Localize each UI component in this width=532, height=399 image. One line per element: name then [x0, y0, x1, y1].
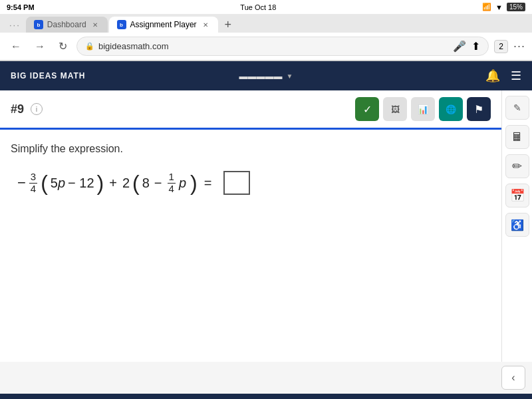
wifi-icon: 📶: [482, 3, 491, 11]
info-icon[interactable]: i: [31, 103, 43, 115]
open-paren-1: (: [41, 172, 48, 194]
status-icons: 📶 ▼ 15%: [482, 3, 525, 11]
more-options-button[interactable]: ···: [513, 39, 525, 53]
collapse-area: ‹: [0, 362, 532, 394]
question-area: #9 i ✓ 🖼 📊 🌐 ⚑ Simplify the expression. …: [0, 90, 501, 362]
status-day: Tue Oct 18: [240, 3, 276, 11]
flag-button[interactable]: ⚑: [467, 97, 491, 121]
calculator-button[interactable]: 🖩: [505, 125, 529, 149]
lock-icon: 🔒: [85, 42, 94, 51]
coeff-2: 2: [122, 176, 130, 191]
collapse-panel-button[interactable]: ‹: [501, 366, 525, 390]
question-number: #9: [11, 102, 24, 116]
tab-dashboard[interactable]: b Dashboard ✕: [26, 17, 108, 33]
question-header: #9 i ✓ 🖼 📊 🌐 ⚑: [0, 90, 501, 130]
open-paren-2: (: [132, 172, 140, 194]
reload-button[interactable]: ↻: [55, 39, 71, 54]
plus-sign: +: [109, 176, 117, 191]
fraction-three-quarters: 3 4: [29, 172, 37, 194]
status-bar: 9:54 PM Tue Oct 18 📶 ▼ 15%: [0, 0, 532, 14]
globe-tool-button[interactable]: 🌐: [439, 97, 463, 121]
minus-12: − 12: [68, 176, 94, 191]
microphone-icon[interactable]: 🎤: [453, 40, 466, 53]
app-header-center: ▬▬▬▬▬ ▼: [181, 71, 351, 81]
graph-tool-button[interactable]: 📊: [411, 97, 435, 121]
term-5p: 5p: [51, 176, 65, 191]
tab-assignment[interactable]: b Assignment Player ✕: [109, 17, 218, 33]
tab-count[interactable]: 2: [494, 40, 508, 53]
close-paren-1: ): [97, 172, 104, 194]
user-name: ▬▬▬▬▬: [239, 71, 283, 81]
fraction-one-quarter: 1 4: [168, 172, 176, 194]
user-selector[interactable]: ▬▬▬▬▬ ▼: [239, 71, 293, 81]
calendar-button[interactable]: 📅: [505, 184, 529, 207]
address-bar[interactable]: 🔒 bigideasmath.com 🎤 ⬆: [76, 37, 489, 56]
question-tools: ✓ 🖼 📊 🌐 ⚑: [355, 97, 491, 121]
signal-icon: ▼: [495, 3, 503, 11]
image-tool-button[interactable]: 🖼: [383, 97, 407, 121]
equals-sign: =: [204, 176, 212, 191]
minus-sign: −: [17, 174, 26, 192]
battery-indicator: 15%: [507, 3, 525, 11]
assignment-tab-icon: b: [117, 20, 126, 29]
back-button[interactable]: ←: [7, 39, 25, 54]
tab-assignment-close[interactable]: ✕: [201, 20, 210, 29]
browser-chrome: 9:54 PM Tue Oct 18 📶 ▼ 15% ··· b Dashboa…: [0, 0, 532, 61]
accessibility-button[interactable]: ♿: [505, 213, 529, 237]
app-logo: BIG IDEAS MATH: [11, 71, 181, 80]
minus-frac: −: [154, 176, 162, 191]
question-prompt: Simplify the expression.: [11, 143, 491, 155]
browser-tabs: ··· b Dashboard ✕ b Assignment Player ✕ …: [0, 14, 532, 33]
app-header: BIG IDEAS MATH ▬▬▬▬▬ ▼ 🔔 ☰: [0, 61, 532, 90]
toolbar-right: 2 ···: [494, 39, 525, 53]
forward-button[interactable]: →: [31, 39, 49, 54]
term-p: p: [179, 176, 186, 191]
address-bar-icons: 🎤 ⬆: [453, 40, 480, 53]
term-8: 8: [142, 176, 150, 191]
pen-tool-button[interactable]: ✏: [505, 154, 529, 178]
tab-overflow: ···: [5, 17, 25, 33]
answer-input-box[interactable]: [223, 171, 250, 195]
check-answer-button[interactable]: ✓: [355, 97, 379, 121]
browser-toolbar: ← → ↻ 🔒 bigideasmath.com 🎤 ⬆ 2 ···: [0, 33, 532, 61]
math-expression: − 3 4 ( 5p − 12 ) + 2 ( 8 − 1 4 p ): [17, 171, 491, 195]
scratch-work-button[interactable]: ✎: [505, 96, 529, 120]
dashboard-tab-icon: b: [34, 20, 43, 29]
status-time: 9:54 PM: [7, 3, 35, 11]
chevron-down-icon: ▼: [287, 72, 293, 80]
url-text: bigideasmath.com: [98, 41, 449, 51]
notification-bell-icon[interactable]: 🔔: [485, 68, 500, 83]
tab-dashboard-label: Dashboard: [47, 20, 86, 29]
hamburger-menu-icon[interactable]: ☰: [511, 68, 521, 83]
close-paren-2: ): [190, 172, 198, 194]
right-sidebar: ✎ 🖩 ✏ 📅 ♿: [501, 90, 532, 362]
bottom-navigation: Previous 4 5 6 7 8 9 10 11 12 13 Next C …: [0, 394, 532, 399]
question-content: Simplify the expression. − 3 4 ( 5p − 12…: [0, 130, 501, 208]
tab-dashboard-close[interactable]: ✕: [90, 20, 100, 29]
app-header-right: 🔔 ☰: [351, 68, 521, 83]
main-container: #9 i ✓ 🖼 📊 🌐 ⚑ Simplify the expression. …: [0, 90, 532, 362]
tab-assignment-label: Assignment Player: [130, 20, 197, 29]
new-tab-button[interactable]: +: [219, 18, 237, 32]
share-icon[interactable]: ⬆: [471, 40, 480, 53]
